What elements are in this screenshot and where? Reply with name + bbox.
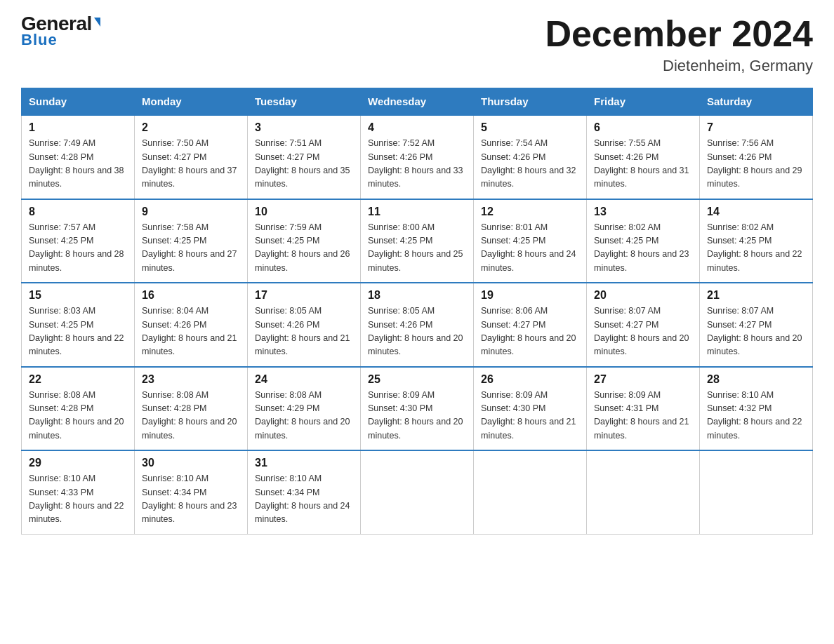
- day-info: Sunrise: 8:03 AMSunset: 4:25 PMDaylight:…: [29, 304, 127, 359]
- day-number: 16: [142, 289, 240, 302]
- calendar-header-tuesday: Tuesday: [248, 88, 361, 116]
- day-info: Sunrise: 7:50 AMSunset: 4:27 PMDaylight:…: [142, 137, 240, 192]
- day-info: Sunrise: 7:55 AMSunset: 4:26 PMDaylight:…: [594, 137, 692, 192]
- calendar-day-30: 30Sunrise: 8:10 AMSunset: 4:34 PMDayligh…: [135, 450, 248, 534]
- calendar-day-19: 19Sunrise: 8:06 AMSunset: 4:27 PMDayligh…: [474, 283, 587, 367]
- calendar-day-5: 5Sunrise: 7:54 AMSunset: 4:26 PMDaylight…: [474, 115, 587, 199]
- calendar-week-5: 29Sunrise: 8:10 AMSunset: 4:33 PMDayligh…: [22, 450, 813, 534]
- calendar-day-14: 14Sunrise: 8:02 AMSunset: 4:25 PMDayligh…: [700, 199, 813, 283]
- day-info: Sunrise: 7:58 AMSunset: 4:25 PMDaylight:…: [142, 221, 240, 276]
- calendar-day-25: 25Sunrise: 8:09 AMSunset: 4:30 PMDayligh…: [361, 367, 474, 451]
- day-info: Sunrise: 8:05 AMSunset: 4:26 PMDaylight:…: [255, 304, 353, 359]
- day-number: 27: [594, 373, 692, 386]
- calendar-day-1: 1Sunrise: 7:49 AMSunset: 4:28 PMDaylight…: [22, 115, 135, 199]
- day-info: Sunrise: 8:10 AMSunset: 4:34 PMDaylight:…: [255, 472, 353, 527]
- calendar-empty-cell: [700, 450, 813, 534]
- day-number: 11: [368, 206, 466, 218]
- day-info: Sunrise: 8:01 AMSunset: 4:25 PMDaylight:…: [481, 221, 579, 276]
- day-info: Sunrise: 8:02 AMSunset: 4:25 PMDaylight:…: [594, 221, 692, 276]
- page-header: General Blue December 2024 Dietenheim, G…: [21, 14, 813, 75]
- day-number: 5: [481, 121, 579, 134]
- day-info: Sunrise: 7:51 AMSunset: 4:27 PMDaylight:…: [255, 137, 353, 192]
- logo: General Blue: [21, 14, 100, 49]
- day-info: Sunrise: 8:10 AMSunset: 4:32 PMDaylight:…: [707, 389, 805, 443]
- day-number: 7: [707, 121, 805, 134]
- calendar-day-15: 15Sunrise: 8:03 AMSunset: 4:25 PMDayligh…: [22, 283, 135, 367]
- day-number: 14: [707, 206, 805, 218]
- calendar-day-12: 12Sunrise: 8:01 AMSunset: 4:25 PMDayligh…: [474, 199, 587, 283]
- calendar-header-sunday: Sunday: [22, 88, 135, 116]
- calendar-day-23: 23Sunrise: 8:08 AMSunset: 4:28 PMDayligh…: [135, 367, 248, 451]
- calendar-day-13: 13Sunrise: 8:02 AMSunset: 4:25 PMDayligh…: [587, 199, 700, 283]
- day-number: 25: [368, 373, 466, 386]
- day-number: 26: [481, 373, 579, 386]
- logo-arrow-icon: [94, 18, 100, 27]
- calendar-week-3: 15Sunrise: 8:03 AMSunset: 4:25 PMDayligh…: [22, 283, 813, 367]
- day-info: Sunrise: 8:08 AMSunset: 4:28 PMDaylight:…: [142, 389, 240, 443]
- calendar-day-20: 20Sunrise: 8:07 AMSunset: 4:27 PMDayligh…: [587, 283, 700, 367]
- day-number: 21: [707, 289, 805, 302]
- day-info: Sunrise: 8:09 AMSunset: 4:30 PMDaylight:…: [481, 389, 579, 443]
- day-info: Sunrise: 8:09 AMSunset: 4:31 PMDaylight:…: [594, 389, 692, 443]
- logo-blue: Blue: [21, 31, 58, 49]
- day-info: Sunrise: 8:10 AMSunset: 4:33 PMDaylight:…: [29, 472, 127, 527]
- calendar-day-31: 31Sunrise: 8:10 AMSunset: 4:34 PMDayligh…: [248, 450, 361, 534]
- calendar-day-26: 26Sunrise: 8:09 AMSunset: 4:30 PMDayligh…: [474, 367, 587, 451]
- calendar-week-2: 8Sunrise: 7:57 AMSunset: 4:25 PMDaylight…: [22, 199, 813, 283]
- day-number: 1: [29, 121, 127, 134]
- day-number: 18: [368, 289, 466, 302]
- day-info: Sunrise: 7:49 AMSunset: 4:28 PMDaylight:…: [29, 137, 127, 192]
- day-number: 23: [142, 373, 240, 386]
- day-number: 17: [255, 289, 353, 302]
- day-number: 31: [255, 457, 353, 469]
- calendar-day-3: 3Sunrise: 7:51 AMSunset: 4:27 PMDaylight…: [248, 115, 361, 199]
- calendar-table: SundayMondayTuesdayWednesdayThursdayFrid…: [21, 88, 813, 535]
- calendar-day-7: 7Sunrise: 7:56 AMSunset: 4:26 PMDaylight…: [700, 115, 813, 199]
- calendar-day-2: 2Sunrise: 7:50 AMSunset: 4:27 PMDaylight…: [135, 115, 248, 199]
- day-info: Sunrise: 7:52 AMSunset: 4:26 PMDaylight:…: [368, 137, 466, 192]
- calendar-empty-cell: [587, 450, 700, 534]
- calendar-day-28: 28Sunrise: 8:10 AMSunset: 4:32 PMDayligh…: [700, 367, 813, 451]
- day-number: 19: [481, 289, 579, 302]
- calendar-day-21: 21Sunrise: 8:07 AMSunset: 4:27 PMDayligh…: [700, 283, 813, 367]
- calendar-day-27: 27Sunrise: 8:09 AMSunset: 4:31 PMDayligh…: [587, 367, 700, 451]
- calendar-day-10: 10Sunrise: 7:59 AMSunset: 4:25 PMDayligh…: [248, 199, 361, 283]
- day-info: Sunrise: 8:07 AMSunset: 4:27 PMDaylight:…: [594, 304, 692, 359]
- calendar-empty-cell: [361, 450, 474, 534]
- calendar-header-saturday: Saturday: [700, 88, 813, 116]
- page-title: December 2024: [545, 14, 813, 54]
- day-number: 29: [29, 457, 127, 469]
- calendar-day-16: 16Sunrise: 8:04 AMSunset: 4:26 PMDayligh…: [135, 283, 248, 367]
- calendar-day-29: 29Sunrise: 8:10 AMSunset: 4:33 PMDayligh…: [22, 450, 135, 534]
- day-number: 13: [594, 206, 692, 218]
- day-info: Sunrise: 8:06 AMSunset: 4:27 PMDaylight:…: [481, 304, 579, 359]
- day-number: 10: [255, 206, 353, 218]
- day-number: 2: [142, 121, 240, 134]
- day-info: Sunrise: 8:05 AMSunset: 4:26 PMDaylight:…: [368, 304, 466, 359]
- day-number: 15: [29, 289, 127, 302]
- day-number: 28: [707, 373, 805, 386]
- day-info: Sunrise: 8:08 AMSunset: 4:28 PMDaylight:…: [29, 389, 127, 443]
- day-number: 22: [29, 373, 127, 386]
- calendar-header-friday: Friday: [587, 88, 700, 116]
- day-number: 8: [29, 206, 127, 218]
- day-number: 30: [142, 457, 240, 469]
- calendar-day-9: 9Sunrise: 7:58 AMSunset: 4:25 PMDaylight…: [135, 199, 248, 283]
- day-number: 6: [594, 121, 692, 134]
- calendar-day-4: 4Sunrise: 7:52 AMSunset: 4:26 PMDaylight…: [361, 115, 474, 199]
- calendar-header-thursday: Thursday: [474, 88, 587, 116]
- day-info: Sunrise: 8:00 AMSunset: 4:25 PMDaylight:…: [368, 221, 466, 276]
- calendar-week-1: 1Sunrise: 7:49 AMSunset: 4:28 PMDaylight…: [22, 115, 813, 199]
- calendar-day-18: 18Sunrise: 8:05 AMSunset: 4:26 PMDayligh…: [361, 283, 474, 367]
- calendar-header-wednesday: Wednesday: [361, 88, 474, 116]
- day-info: Sunrise: 8:04 AMSunset: 4:26 PMDaylight:…: [142, 304, 240, 359]
- day-info: Sunrise: 8:10 AMSunset: 4:34 PMDaylight:…: [142, 472, 240, 527]
- day-info: Sunrise: 8:09 AMSunset: 4:30 PMDaylight:…: [368, 389, 466, 443]
- day-info: Sunrise: 8:08 AMSunset: 4:29 PMDaylight:…: [255, 389, 353, 443]
- day-info: Sunrise: 8:02 AMSunset: 4:25 PMDaylight:…: [707, 221, 805, 276]
- calendar-empty-cell: [474, 450, 587, 534]
- calendar-day-17: 17Sunrise: 8:05 AMSunset: 4:26 PMDayligh…: [248, 283, 361, 367]
- calendar-header-monday: Monday: [135, 88, 248, 116]
- calendar-header-row: SundayMondayTuesdayWednesdayThursdayFrid…: [22, 88, 813, 116]
- day-info: Sunrise: 7:54 AMSunset: 4:26 PMDaylight:…: [481, 137, 579, 192]
